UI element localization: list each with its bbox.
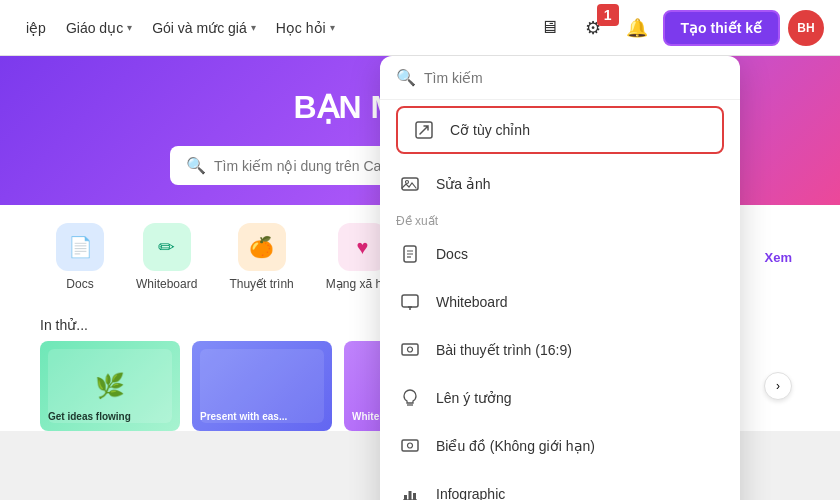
svg-rect-16 [404,495,407,500]
chevron-icon: ▾ [330,22,335,33]
chart-icon [396,432,424,460]
custom-size-icon [410,116,438,144]
notification-icon-btn[interactable]: 🔔 [619,10,655,46]
dropdown-whiteboard[interactable]: Whiteboard [380,278,740,326]
svg-point-14 [408,443,413,448]
presentation-label: Thuyết trình [229,277,293,291]
search-icon: 🔍 [186,156,206,175]
header: iệp Giáo dục ▾ Gói và mức giá ▾ Học hỏi … [0,0,840,56]
dropdown-search-icon: 🔍 [396,68,416,87]
chart-dropdown-label: Biểu đồ (Không giới hạn) [436,438,595,454]
presentation-dropdown-icon [396,336,424,364]
chevron-icon: ▾ [127,22,132,33]
settings-number-badge: 1 [597,4,619,26]
docs-dropdown-icon [396,240,424,268]
nav-hochoi[interactable]: Học hỏi ▾ [266,14,345,42]
docs-label: Docs [66,277,93,291]
template-card-0[interactable]: 🌿 Get ideas flowing [40,341,180,431]
dropdown-edit-photo[interactable]: Sửa ảnh [380,160,740,208]
whiteboard-icon: ✏ [143,223,191,271]
edit-photo-label: Sửa ảnh [436,176,491,192]
dropdown-custom-size[interactable]: Cỡ tùy chỉnh [396,106,724,154]
scroll-right-button[interactable]: › [764,372,792,400]
dropdown-menu: 🔍 Cỡ tùy chỉnh [380,56,740,500]
edit-photo-icon [396,170,424,198]
infographic-icon [396,480,424,500]
svg-rect-7 [402,295,418,307]
monitor-icon-btn[interactable]: 🖥 [531,10,567,46]
dropdown-search-input[interactable] [424,70,724,86]
shortcut-presentation[interactable]: 🍊 Thuyết trình [213,213,309,301]
nav-iep[interactable]: iệp [16,14,56,42]
svg-rect-10 [402,344,418,355]
dropdown-infographic[interactable]: Infographic [380,470,740,500]
svg-point-2 [406,181,409,184]
presentation-icon: 🍊 [238,223,286,271]
whiteboard-dropdown-label: Whiteboard [436,294,508,310]
dropdown-section-label: Đề xuất [380,208,740,230]
avatar[interactable]: BH [788,10,824,46]
whiteboard-label: Whiteboard [136,277,197,291]
dropdown-search-bar[interactable]: 🔍 [380,56,740,100]
whiteboard-dropdown-icon [396,288,424,316]
svg-rect-13 [402,440,418,451]
ideas-dropdown-label: Lên ý tưởng [436,390,512,406]
notification-wrapper: 🔔 [619,10,655,46]
template-label-1: Present with eas... [200,410,287,423]
dropdown-chart[interactable]: Biểu đồ (Không giới hạn) [380,422,740,470]
ideas-icon [396,384,424,412]
template-label-0: Get ideas flowing [48,410,131,423]
dropdown-ideas[interactable]: Lên ý tưởng [380,374,740,422]
xem-link[interactable]: Xem [765,250,792,265]
presentation-dropdown-label: Bài thuyết trình (16:9) [436,342,572,358]
chevron-icon: ▾ [251,22,256,33]
template-card-1[interactable]: Present with eas... [192,341,332,431]
nav-bar: iệp Giáo dục ▾ Gói và mức giá ▾ Học hỏi … [16,14,345,42]
settings-wrapper: ⚙ 1 [575,10,611,46]
docs-dropdown-label: Docs [436,246,468,262]
custom-size-label: Cỡ tùy chỉnh [450,122,530,138]
nav-goi[interactable]: Gói và mức giá ▾ [142,14,266,42]
header-right: 🖥 ⚙ 1 🔔 Tạo thiết kế BH [531,10,824,46]
svg-rect-17 [409,491,412,500]
create-design-button[interactable]: Tạo thiết kế [663,10,780,46]
dropdown-presentation[interactable]: Bài thuyết trình (16:9) [380,326,740,374]
shortcut-whiteboard[interactable]: ✏ Whiteboard [120,213,213,301]
main-content: BẠN MUỐN TH... 🔍 📄 Docs ✏ Whiteboard 🍊 T… [0,56,840,500]
svg-rect-18 [413,493,416,500]
infographic-dropdown-label: Infographic [436,486,505,500]
nav-giaoduc[interactable]: Giáo dục ▾ [56,14,142,42]
docs-icon: 📄 [56,223,104,271]
svg-point-11 [408,347,413,352]
shortcut-docs[interactable]: 📄 Docs [40,213,120,301]
dropdown-docs[interactable]: Docs [380,230,740,278]
